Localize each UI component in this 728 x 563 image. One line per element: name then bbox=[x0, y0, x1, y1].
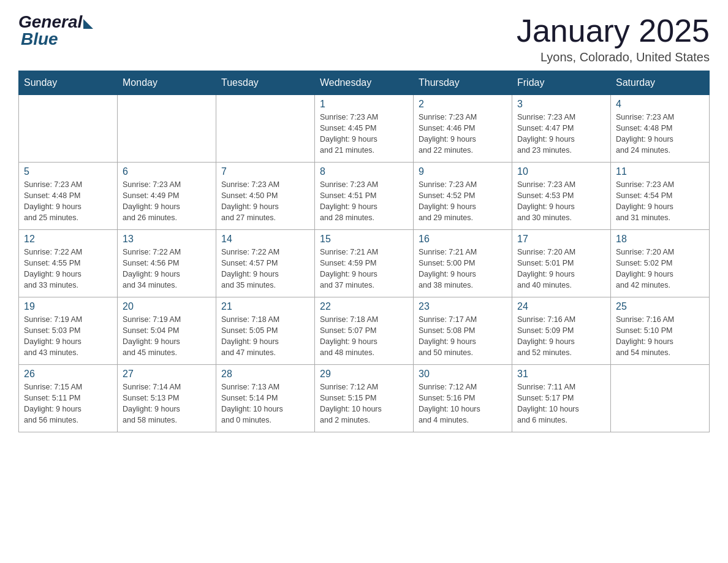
calendar-cell: 30Sunrise: 7:12 AM Sunset: 5:16 PM Dayli… bbox=[414, 365, 512, 432]
day-info: Sunrise: 7:14 AM Sunset: 5:13 PM Dayligh… bbox=[123, 381, 211, 426]
day-info: Sunrise: 7:23 AM Sunset: 4:49 PM Dayligh… bbox=[123, 179, 211, 224]
day-number: 2 bbox=[419, 99, 507, 110]
calendar-cell: 25Sunrise: 7:16 AM Sunset: 5:10 PM Dayli… bbox=[611, 297, 710, 365]
day-info: Sunrise: 7:18 AM Sunset: 5:07 PM Dayligh… bbox=[320, 314, 408, 359]
day-info: Sunrise: 7:23 AM Sunset: 4:45 PM Dayligh… bbox=[320, 112, 408, 156]
day-number: 6 bbox=[123, 166, 211, 177]
day-number: 9 bbox=[419, 166, 507, 177]
calendar-cell: 2Sunrise: 7:23 AM Sunset: 4:46 PM Daylig… bbox=[414, 95, 512, 163]
day-number: 8 bbox=[320, 166, 408, 177]
day-number: 26 bbox=[24, 369, 112, 380]
day-number: 31 bbox=[517, 369, 605, 380]
day-number: 24 bbox=[517, 301, 605, 312]
calendar-cell: 12Sunrise: 7:22 AM Sunset: 4:55 PM Dayli… bbox=[19, 230, 118, 297]
calendar-header-row: SundayMondayTuesdayWednesdayThursdayFrid… bbox=[19, 71, 710, 95]
day-info: Sunrise: 7:22 AM Sunset: 4:56 PM Dayligh… bbox=[123, 247, 211, 291]
day-info: Sunrise: 7:12 AM Sunset: 5:16 PM Dayligh… bbox=[419, 381, 507, 426]
day-number: 16 bbox=[419, 234, 507, 245]
day-number: 13 bbox=[123, 234, 211, 245]
calendar-week-row: 26Sunrise: 7:15 AM Sunset: 5:11 PM Dayli… bbox=[19, 365, 710, 432]
calendar-cell bbox=[19, 95, 118, 163]
calendar-cell: 9Sunrise: 7:23 AM Sunset: 4:52 PM Daylig… bbox=[414, 163, 512, 230]
calendar-cell: 14Sunrise: 7:22 AM Sunset: 4:57 PM Dayli… bbox=[216, 230, 315, 297]
calendar-header-friday: Friday bbox=[512, 71, 611, 95]
calendar-cell: 17Sunrise: 7:20 AM Sunset: 5:01 PM Dayli… bbox=[512, 230, 611, 297]
calendar-cell: 26Sunrise: 7:15 AM Sunset: 5:11 PM Dayli… bbox=[19, 365, 118, 432]
month-title: January 2025 bbox=[517, 12, 710, 49]
day-number: 23 bbox=[419, 301, 507, 312]
day-info: Sunrise: 7:23 AM Sunset: 4:50 PM Dayligh… bbox=[221, 179, 309, 224]
calendar-cell bbox=[216, 95, 315, 163]
calendar-header-sunday: Sunday bbox=[19, 71, 118, 95]
calendar-cell: 22Sunrise: 7:18 AM Sunset: 5:07 PM Dayli… bbox=[315, 297, 414, 365]
day-number: 1 bbox=[320, 99, 408, 110]
day-info: Sunrise: 7:11 AM Sunset: 5:17 PM Dayligh… bbox=[517, 381, 605, 426]
calendar-cell: 6Sunrise: 7:23 AM Sunset: 4:49 PM Daylig… bbox=[118, 163, 216, 230]
day-info: Sunrise: 7:22 AM Sunset: 4:57 PM Dayligh… bbox=[221, 247, 309, 291]
day-info: Sunrise: 7:21 AM Sunset: 4:59 PM Dayligh… bbox=[320, 247, 408, 291]
calendar-cell: 20Sunrise: 7:19 AM Sunset: 5:04 PM Dayli… bbox=[118, 297, 216, 365]
title-section: January 2025 Lyons, Colorado, United Sta… bbox=[517, 12, 710, 64]
day-number: 28 bbox=[221, 369, 309, 380]
day-info: Sunrise: 7:15 AM Sunset: 5:11 PM Dayligh… bbox=[24, 381, 112, 426]
day-info: Sunrise: 7:18 AM Sunset: 5:05 PM Dayligh… bbox=[221, 314, 309, 359]
calendar-week-row: 19Sunrise: 7:19 AM Sunset: 5:03 PM Dayli… bbox=[19, 297, 710, 365]
calendar-header-monday: Monday bbox=[118, 71, 216, 95]
calendar-header-saturday: Saturday bbox=[611, 71, 710, 95]
day-number: 20 bbox=[123, 301, 211, 312]
day-number: 7 bbox=[221, 166, 309, 177]
day-info: Sunrise: 7:22 AM Sunset: 4:55 PM Dayligh… bbox=[24, 247, 112, 291]
day-info: Sunrise: 7:20 AM Sunset: 5:01 PM Dayligh… bbox=[517, 247, 605, 291]
day-info: Sunrise: 7:23 AM Sunset: 4:46 PM Dayligh… bbox=[419, 112, 507, 156]
day-number: 3 bbox=[517, 99, 605, 110]
location-text: Lyons, Colorado, United States bbox=[517, 50, 710, 64]
day-number: 4 bbox=[616, 99, 704, 110]
calendar-week-row: 12Sunrise: 7:22 AM Sunset: 4:55 PM Dayli… bbox=[19, 230, 710, 297]
page-header: General Blue January 2025 Lyons, Colorad… bbox=[18, 12, 710, 64]
calendar-week-row: 5Sunrise: 7:23 AM Sunset: 4:48 PM Daylig… bbox=[19, 163, 710, 230]
logo-blue-text: Blue bbox=[21, 29, 58, 49]
day-info: Sunrise: 7:23 AM Sunset: 4:47 PM Dayligh… bbox=[517, 112, 605, 156]
calendar-week-row: 1Sunrise: 7:23 AM Sunset: 4:45 PM Daylig… bbox=[19, 95, 710, 163]
day-number: 22 bbox=[320, 301, 408, 312]
day-info: Sunrise: 7:19 AM Sunset: 5:03 PM Dayligh… bbox=[24, 314, 112, 359]
calendar-cell: 21Sunrise: 7:18 AM Sunset: 5:05 PM Dayli… bbox=[216, 297, 315, 365]
day-info: Sunrise: 7:23 AM Sunset: 4:48 PM Dayligh… bbox=[24, 179, 112, 224]
day-info: Sunrise: 7:12 AM Sunset: 5:15 PM Dayligh… bbox=[320, 381, 408, 426]
day-number: 12 bbox=[24, 234, 112, 245]
calendar-cell: 15Sunrise: 7:21 AM Sunset: 4:59 PM Dayli… bbox=[315, 230, 414, 297]
day-info: Sunrise: 7:17 AM Sunset: 5:08 PM Dayligh… bbox=[419, 314, 507, 359]
day-number: 14 bbox=[221, 234, 309, 245]
day-info: Sunrise: 7:23 AM Sunset: 4:51 PM Dayligh… bbox=[320, 179, 408, 224]
calendar-cell: 16Sunrise: 7:21 AM Sunset: 5:00 PM Dayli… bbox=[414, 230, 512, 297]
calendar-table: SundayMondayTuesdayWednesdayThursdayFrid… bbox=[18, 71, 710, 432]
calendar-cell: 13Sunrise: 7:22 AM Sunset: 4:56 PM Dayli… bbox=[118, 230, 216, 297]
day-info: Sunrise: 7:16 AM Sunset: 5:10 PM Dayligh… bbox=[616, 314, 704, 359]
calendar-cell bbox=[118, 95, 216, 163]
day-info: Sunrise: 7:13 AM Sunset: 5:14 PM Dayligh… bbox=[221, 381, 309, 426]
calendar-cell: 23Sunrise: 7:17 AM Sunset: 5:08 PM Dayli… bbox=[414, 297, 512, 365]
calendar-cell: 27Sunrise: 7:14 AM Sunset: 5:13 PM Dayli… bbox=[118, 365, 216, 432]
calendar-cell: 7Sunrise: 7:23 AM Sunset: 4:50 PM Daylig… bbox=[216, 163, 315, 230]
calendar-cell bbox=[611, 365, 710, 432]
calendar-cell: 28Sunrise: 7:13 AM Sunset: 5:14 PM Dayli… bbox=[216, 365, 315, 432]
logo: General Blue bbox=[18, 12, 93, 49]
calendar-cell: 4Sunrise: 7:23 AM Sunset: 4:48 PM Daylig… bbox=[611, 95, 710, 163]
calendar-cell: 29Sunrise: 7:12 AM Sunset: 5:15 PM Dayli… bbox=[315, 365, 414, 432]
calendar-header-thursday: Thursday bbox=[414, 71, 512, 95]
calendar-cell: 11Sunrise: 7:23 AM Sunset: 4:54 PM Dayli… bbox=[611, 163, 710, 230]
day-number: 10 bbox=[517, 166, 605, 177]
calendar-header-tuesday: Tuesday bbox=[216, 71, 315, 95]
day-number: 18 bbox=[616, 234, 704, 245]
day-number: 15 bbox=[320, 234, 408, 245]
calendar-cell: 18Sunrise: 7:20 AM Sunset: 5:02 PM Dayli… bbox=[611, 230, 710, 297]
day-info: Sunrise: 7:21 AM Sunset: 5:00 PM Dayligh… bbox=[419, 247, 507, 291]
day-info: Sunrise: 7:16 AM Sunset: 5:09 PM Dayligh… bbox=[517, 314, 605, 359]
day-number: 19 bbox=[24, 301, 112, 312]
day-info: Sunrise: 7:23 AM Sunset: 4:48 PM Dayligh… bbox=[616, 112, 704, 156]
calendar-cell: 31Sunrise: 7:11 AM Sunset: 5:17 PM Dayli… bbox=[512, 365, 611, 432]
day-number: 17 bbox=[517, 234, 605, 245]
day-number: 30 bbox=[419, 369, 507, 380]
calendar-cell: 19Sunrise: 7:19 AM Sunset: 5:03 PM Dayli… bbox=[19, 297, 118, 365]
day-number: 11 bbox=[616, 166, 704, 177]
